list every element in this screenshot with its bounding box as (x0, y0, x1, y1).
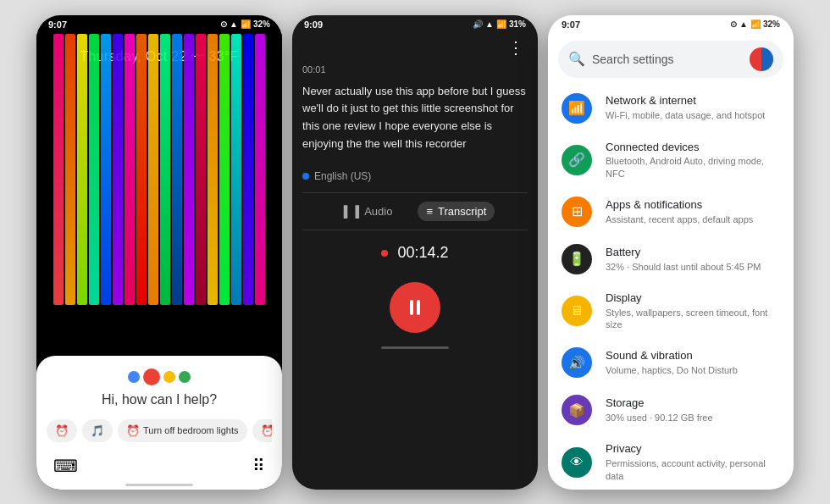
status-icons-phone2: 🔊 ▲ 📶 31% (473, 19, 526, 29)
settings-item-wifi[interactable]: 📶 Network & internet Wi-Fi, mobile, data… (548, 85, 794, 132)
status-icons-phone3: ⊙ ▲ 📶 32% (730, 19, 780, 29)
settings-title-battery: Battery (606, 246, 780, 260)
phone3: 9:07 ⊙ ▲ 📶 32% 🔍 Search settings 📶 (548, 15, 794, 490)
settings-icon-battery: 🔋 (562, 244, 592, 274)
settings-text-privacy: Privacy Permissions, account activity, p… (606, 442, 780, 481)
record-button-container (302, 282, 528, 333)
clock-icon: ⏰ (261, 424, 272, 437)
assistant-suggestions: ⏰ 🎵 ⏰ Turn off bedroom lights ⏰ W (47, 419, 272, 442)
settings-text-apps: Apps & notifications Assistant, recent a… (606, 198, 780, 225)
settings-icon-display: 🖥 (562, 296, 592, 326)
settings-icon-privacy: 👁 (562, 447, 592, 478)
suggestion-chip-bedroom[interactable]: ⏰ Turn off bedroom lights (118, 419, 247, 442)
tab-audio[interactable]: ▌▐ Audio (335, 202, 401, 221)
settings-subtitle-sound: Volume, haptics, Do Not Disturb (606, 364, 780, 376)
settings-title-sound: Sound & vibration (606, 349, 780, 363)
recorder-timer: 00:14.2 (302, 244, 528, 262)
tab-transcript-label: Transcript (438, 205, 486, 218)
suggestion-text-bedroom: Turn off bedroom lights (143, 425, 239, 435)
settings-subtitle-privacy: Permissions, account activity, personal … (606, 457, 780, 482)
assistant-bottom-bar: ⌨ ⠿ (47, 452, 272, 479)
tab-transcript[interactable]: ≡ Transcript (418, 202, 495, 221)
settings-subtitle-battery: 32% · Should last until about 5:45 PM (606, 261, 780, 273)
settings-item-display[interactable]: 🖥 Display Styles, wallpapers, screen tim… (548, 283, 794, 339)
wallpaper: Thursday, Oct 22 〰 33°F (36, 34, 282, 305)
home-indicator-phone2 (381, 346, 449, 349)
avatar-right (761, 47, 773, 71)
color-lines (36, 34, 282, 305)
home-indicator-phone1 (125, 484, 193, 486)
settings-subtitle-apps: Assistant, recent apps, default apps (606, 213, 780, 225)
settings-icon-apps: ⊞ (562, 197, 592, 227)
light-icon: ⏰ (126, 424, 140, 437)
suggestion-chip-1[interactable]: ⏰ (47, 419, 77, 442)
search-settings-input[interactable]: Search settings (592, 53, 743, 66)
assistant-greeting: Hi, how can I help? (47, 392, 272, 407)
timer-value: 00:14.2 (397, 244, 448, 261)
settings-text-display: Display Styles, wallpapers, screen timeo… (606, 291, 780, 330)
settings-item-apps[interactable]: ⊞ Apps & notifications Assistant, recent… (548, 188, 794, 235)
google-assistant-logo (47, 371, 272, 385)
status-icons-phone1: ⊙ ▲ 📶 32% (220, 19, 270, 29)
suggestion-chip-4[interactable]: ⏰ W (252, 419, 272, 442)
alarm-icon: ⏰ (55, 424, 69, 437)
settings-text-bluetooth: Connected devices Bluetooth, Android Aut… (606, 141, 780, 180)
status-bar-phone2: 9:09 🔊 ▲ 📶 31% (292, 15, 538, 34)
search-bar[interactable]: 🔍 Search settings (558, 41, 783, 78)
keyboard-icon[interactable]: ⌨ (53, 456, 78, 476)
pause-button[interactable] (390, 282, 440, 333)
settings-item-storage[interactable]: 📦 Storage 30% used · 90.12 GB free (548, 386, 794, 434)
settings-text-sound: Sound & vibration Volume, haptics, Do No… (606, 349, 780, 376)
settings-title-storage: Storage (606, 396, 780, 411)
settings-item-battery[interactable]: 🔋 Battery 32% · Should last until about … (548, 235, 794, 283)
recorder-tabs: ▌▐ Audio ≡ Transcript (302, 192, 528, 230)
time-phone3: 9:07 (562, 19, 580, 30)
recorder-transcript: Never actually use this app before but I… (302, 83, 528, 153)
settings-subtitle-storage: 30% used · 90.12 GB free (606, 412, 780, 424)
settings-icon-bluetooth: 🔗 (562, 145, 592, 175)
settings-item-sound[interactable]: 🔊 Sound & vibration Volume, haptics, Do … (548, 339, 794, 386)
audio-wave-icon: ▌▐ (344, 205, 359, 218)
settings-title-bluetooth: Connected devices (606, 141, 780, 155)
recorder-main: ⋮ 00:01 Never actually use this app befo… (292, 34, 538, 349)
settings-text-wifi: Network & internet Wi-Fi, mobile, data u… (606, 94, 780, 121)
grid-icon[interactable]: ⠿ (252, 456, 265, 476)
settings-title-apps: Apps & notifications (606, 198, 780, 213)
settings-item-privacy[interactable]: 👁 Privacy Permissions, account activity,… (548, 434, 794, 489)
language-label: English (US) (314, 170, 371, 182)
settings-icon-wifi: 📶 (562, 93, 592, 124)
timer-dot (381, 250, 388, 257)
lang-dot (302, 173, 309, 180)
settings-list: 📶 Network & internet Wi-Fi, mobile, data… (548, 85, 794, 490)
status-bar-phone1: 9:07 ⊙ ▲ 📶 32% (36, 15, 282, 34)
phone1: 9:07 ⊙ ▲ 📶 32% Thursday, Oct 22 〰 33°F (36, 15, 282, 490)
language-badge: English (US) (302, 170, 528, 182)
settings-subtitle-bluetooth: Bluetooth, Android Auto, driving mode, N… (606, 155, 780, 180)
settings-title-privacy: Privacy (606, 442, 780, 457)
search-icon: 🔍 (568, 51, 585, 67)
time-phone2: 9:09 (304, 19, 323, 30)
phone2: 9:09 🔊 ▲ 📶 31% ⋮ 00:01 Never actually us… (292, 15, 538, 490)
settings-icon-sound: 🔊 (562, 347, 592, 378)
music-icon: 🎵 (91, 424, 104, 437)
status-bar-phone3: 9:07 ⊙ ▲ 📶 32% (548, 15, 794, 34)
suggestion-chip-2[interactable]: 🎵 (82, 419, 113, 442)
settings-title-display: Display (606, 291, 780, 306)
settings-text-storage: Storage 30% used · 90.12 GB free (606, 396, 780, 424)
time-phone1: 9:07 (48, 19, 67, 30)
tab-audio-label: Audio (364, 205, 392, 218)
settings-text-battery: Battery 32% · Should last until about 5:… (606, 246, 780, 273)
settings-title-wifi: Network & internet (606, 94, 780, 108)
avatar-left (750, 47, 761, 71)
avatar[interactable] (750, 47, 773, 71)
recorder-timestamp: 00:01 (302, 64, 528, 75)
more-options-icon[interactable]: ⋮ (302, 34, 528, 64)
settings-subtitle-wifi: Wi-Fi, mobile, data usage, and hotspot (606, 109, 780, 121)
settings-icon-storage: 📦 (562, 395, 592, 425)
pause-icon (410, 300, 420, 315)
settings-item-bluetooth[interactable]: 🔗 Connected devices Bluetooth, Android A… (548, 132, 794, 188)
settings-subtitle-display: Styles, wallpapers, screen timeout, font… (606, 307, 780, 331)
transcript-icon: ≡ (426, 205, 433, 218)
assistant-overlay: Hi, how can I help? ⏰ 🎵 ⏰ Turn off bedro… (36, 356, 282, 490)
